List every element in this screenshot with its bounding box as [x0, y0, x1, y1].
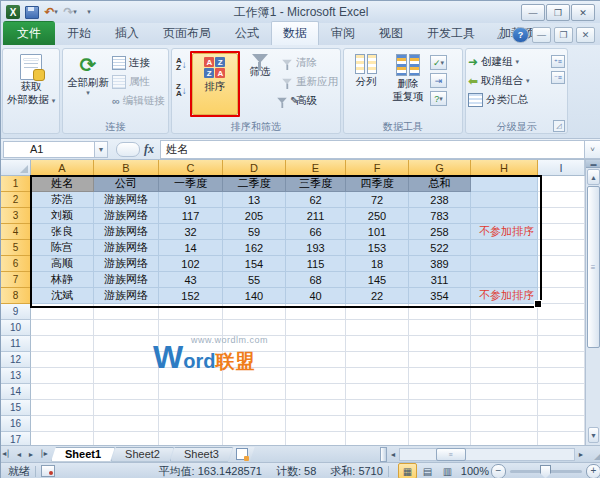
- cell-F6[interactable]: 18: [346, 256, 409, 272]
- cell-B16[interactable]: [94, 416, 159, 432]
- cell-E8[interactable]: 40: [286, 288, 346, 304]
- cell-F17[interactable]: [346, 432, 409, 445]
- cell-H5[interactable]: [471, 240, 538, 256]
- cell-C7[interactable]: 43: [159, 272, 223, 288]
- cell-H3[interactable]: [471, 208, 538, 224]
- split-box-icon[interactable]: ▬: [586, 160, 600, 168]
- cell-C9[interactable]: [159, 304, 223, 320]
- cell-D1[interactable]: 二季度: [223, 176, 286, 192]
- cell-B6[interactable]: 游族网络: [94, 256, 159, 272]
- get-external-data-button[interactable]: 获取 外部数据 ▾: [8, 51, 54, 118]
- cell-C4[interactable]: 32: [159, 224, 223, 240]
- row-header-10[interactable]: 10: [1, 320, 31, 336]
- cell-I7[interactable]: [538, 272, 585, 288]
- scroll-up-icon[interactable]: ▲: [587, 169, 600, 185]
- horizontal-scrollbar[interactable]: ≡: [399, 448, 575, 461]
- cell-I11[interactable]: [538, 336, 585, 352]
- zoom-slider-thumb[interactable]: [540, 465, 551, 478]
- cell-I9[interactable]: [538, 304, 585, 320]
- scroll-down-icon[interactable]: ▼: [588, 427, 599, 443]
- cell-I3[interactable]: [538, 208, 585, 224]
- row-header-8[interactable]: 8: [1, 288, 31, 304]
- zoom-out-icon[interactable]: −: [491, 464, 506, 478]
- cell-F13[interactable]: [346, 368, 409, 384]
- first-sheet-icon[interactable]: ◄▏: [1, 448, 13, 461]
- cell-A6[interactable]: 高顺: [31, 256, 94, 272]
- row-header-7[interactable]: 7: [1, 272, 31, 288]
- cell-C3[interactable]: 117: [159, 208, 223, 224]
- cell-H4[interactable]: 不参加排序: [471, 224, 538, 240]
- workbook-restore-icon[interactable]: ❐: [554, 27, 573, 43]
- row-header-2[interactable]: 2: [1, 192, 31, 208]
- cell-E6[interactable]: 115: [286, 256, 346, 272]
- cell-I10[interactable]: [538, 320, 585, 336]
- prev-sheet-icon[interactable]: ◄: [13, 448, 25, 461]
- cell-H6[interactable]: [471, 256, 538, 272]
- sheet-tab-Sheet2[interactable]: Sheet2: [111, 447, 174, 462]
- cell-B9[interactable]: [94, 304, 159, 320]
- cell-G7[interactable]: 311: [409, 272, 471, 288]
- cell-H15[interactable]: [471, 400, 538, 416]
- name-box[interactable]: A1: [3, 141, 95, 158]
- cell-D4[interactable]: 59: [223, 224, 286, 240]
- last-sheet-icon[interactable]: ▕►: [37, 448, 49, 461]
- expand-formula-bar-icon[interactable]: ˅: [584, 140, 600, 159]
- row-header-11[interactable]: 11: [1, 336, 31, 352]
- cell-E9[interactable]: [286, 304, 346, 320]
- cell-B11[interactable]: [94, 336, 159, 352]
- cell-G4[interactable]: 258: [409, 224, 471, 240]
- text-to-columns-button[interactable]: 分列: [346, 51, 386, 118]
- cell-D5[interactable]: 162: [223, 240, 286, 256]
- row-header-17[interactable]: 17: [1, 432, 31, 445]
- tab-scrollbar-splitter[interactable]: [380, 447, 387, 462]
- column-header-H[interactable]: H: [471, 160, 538, 176]
- row-header-14[interactable]: 14: [1, 384, 31, 400]
- row-header-16[interactable]: 16: [1, 416, 31, 432]
- insert-function-icon[interactable]: fx: [144, 142, 154, 157]
- cell-A14[interactable]: [31, 384, 94, 400]
- page-break-view-button[interactable]: ▥: [438, 463, 457, 478]
- formula-input[interactable]: 姓名: [160, 140, 584, 159]
- sort-button[interactable]: AZZA 排序: [192, 53, 238, 115]
- zoom-slider[interactable]: [510, 470, 582, 473]
- subtotal-button[interactable]: 分类汇总: [468, 91, 530, 108]
- cell-D8[interactable]: 140: [223, 288, 286, 304]
- advanced-button[interactable]: ✎高级: [280, 92, 338, 109]
- workbook-minimize-icon[interactable]: —: [532, 27, 551, 43]
- cell-H7[interactable]: [471, 272, 538, 288]
- cell-A11[interactable]: [31, 336, 94, 352]
- cell-G11[interactable]: [409, 336, 471, 352]
- cell-F9[interactable]: [346, 304, 409, 320]
- cell-C11[interactable]: [159, 336, 223, 352]
- ribbon-tab-插入[interactable]: 插入: [103, 21, 151, 45]
- cell-B10[interactable]: [94, 320, 159, 336]
- cell-B15[interactable]: [94, 400, 159, 416]
- cell-C15[interactable]: [159, 400, 223, 416]
- cell-G3[interactable]: 783: [409, 208, 471, 224]
- column-header-C[interactable]: C: [159, 160, 223, 176]
- data-validation-button[interactable]: ✓▾: [430, 55, 447, 70]
- select-all-corner[interactable]: [1, 160, 31, 176]
- cell-B2[interactable]: 游族网络: [94, 192, 159, 208]
- cell-B12[interactable]: [94, 352, 159, 368]
- hide-detail-button[interactable]: ⁻≡: [551, 71, 565, 84]
- page-layout-view-button[interactable]: ▤: [418, 463, 437, 478]
- cell-G16[interactable]: [409, 416, 471, 432]
- cell-D9[interactable]: [223, 304, 286, 320]
- cell-B7[interactable]: 游族网络: [94, 272, 159, 288]
- column-header-D[interactable]: D: [223, 160, 286, 176]
- remove-duplicates-button[interactable]: 删除 重复项: [387, 51, 429, 118]
- cell-H8[interactable]: 不参加排序: [471, 288, 538, 304]
- consolidate-button[interactable]: ⇥: [430, 73, 447, 88]
- ribbon-tab-页面布局[interactable]: 页面布局: [151, 21, 223, 45]
- cell-I5[interactable]: [538, 240, 585, 256]
- column-header-F[interactable]: F: [346, 160, 409, 176]
- cell-B4[interactable]: 游族网络: [94, 224, 159, 240]
- cell-E13[interactable]: [286, 368, 346, 384]
- cell-H9[interactable]: [471, 304, 538, 320]
- cell-G6[interactable]: 389: [409, 256, 471, 272]
- cell-A12[interactable]: [31, 352, 94, 368]
- ribbon-tab-数据[interactable]: 数据: [271, 21, 319, 45]
- clear-filter-button[interactable]: 清除: [280, 54, 338, 71]
- ungroup-button[interactable]: ⬅取消组合▾: [468, 72, 530, 89]
